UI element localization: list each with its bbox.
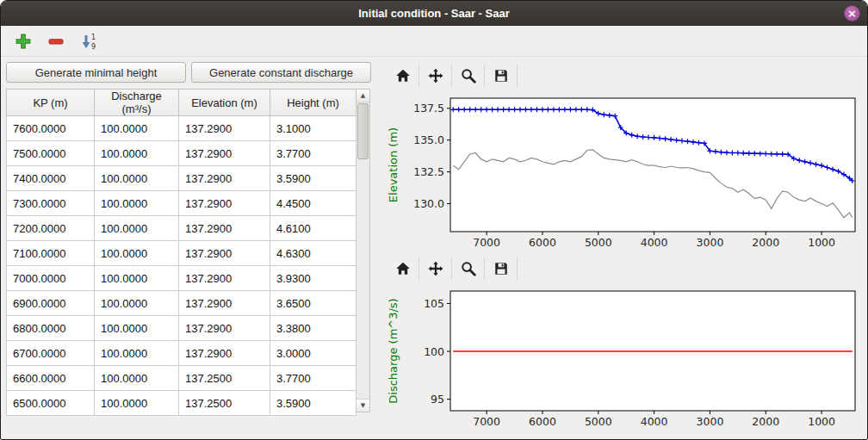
table-cell[interactable]: 100.0000 [95, 241, 179, 266]
table-cell[interactable]: 100.0000 [95, 141, 179, 166]
table-cell[interactable]: 137.2900 [179, 241, 270, 266]
plot-background[interactable] [450, 98, 855, 232]
table-cell[interactable]: 6900.0000 [7, 291, 95, 316]
table-row: 6600.0000100.0000137.25003.7700 [7, 366, 356, 391]
generate-buttons-row: Generate minimal height Generate constan… [6, 62, 371, 83]
table-cell[interactable]: 137.2900 [179, 266, 270, 291]
table-cell[interactable]: 3.7700 [270, 366, 356, 391]
save-icon [493, 68, 509, 84]
add-row-button[interactable] [11, 29, 35, 53]
pan-button[interactable] [419, 64, 452, 88]
table-cell[interactable]: 100.0000 [95, 216, 179, 241]
generate-constant-discharge-button[interactable]: Generate constant discharge [191, 62, 371, 83]
table-cell[interactable]: 137.2500 [179, 366, 270, 391]
left-panel: Generate minimal height Generate constan… [6, 62, 371, 434]
remove-row-button[interactable] [44, 29, 68, 53]
sort-ascending-icon: 1 9 [80, 33, 97, 50]
table-cell[interactable]: 4.6100 [270, 216, 356, 241]
table-cell[interactable]: 100.0000 [95, 266, 179, 291]
x-tick-label: 1000 [808, 415, 835, 428]
scrollbar-thumb[interactable] [357, 103, 369, 159]
home-button[interactable] [387, 257, 419, 281]
table-cell[interactable]: 100.0000 [95, 341, 179, 366]
table-body: 7600.0000100.0000137.29003.10007500.0000… [7, 116, 356, 416]
table-cell[interactable]: 100.0000 [95, 116, 179, 141]
table-cell[interactable]: 7300.0000 [7, 191, 95, 216]
table-cell[interactable]: 137.2900 [179, 341, 270, 366]
table-cell[interactable]: 137.2900 [179, 316, 270, 341]
table-cell[interactable]: 7600.0000 [7, 116, 95, 141]
table-cell[interactable]: 100.0000 [95, 366, 179, 391]
table-cell[interactable]: 7500.0000 [7, 141, 95, 166]
table-row: 6900.0000100.0000137.29003.6500 [7, 291, 356, 316]
window-title: Initial condition - Saar - Saar [358, 7, 510, 20]
magnifier-icon [461, 261, 476, 276]
table-row: 7300.0000100.0000137.29004.4500 [7, 191, 356, 216]
close-button[interactable]: × [844, 5, 860, 22]
table-cell[interactable]: 100.0000 [95, 191, 179, 216]
vertical-scrollbar[interactable]: ▲ ▼ [356, 89, 370, 412]
table-cell[interactable]: 137.2900 [179, 216, 270, 241]
elevation-plot[interactable]: 7000600050004000300020001000130.0132.513… [383, 91, 864, 255]
table-cell[interactable]: 137.2900 [179, 191, 270, 216]
svg-text:1: 1 [91, 34, 96, 41]
table-cell[interactable]: 137.2900 [179, 291, 270, 316]
table-cell[interactable]: 3.5900 [270, 391, 356, 416]
table-row: 7100.0000100.0000137.29004.6300 [7, 241, 356, 266]
home-icon [395, 261, 411, 276]
zoom-button[interactable] [452, 257, 485, 281]
table-cell[interactable]: 3.1000 [270, 116, 356, 141]
table-cell[interactable]: 137.2900 [179, 141, 270, 166]
save-button[interactable] [485, 64, 518, 88]
table-cell[interactable]: 100.0000 [95, 316, 179, 341]
generate-minimal-height-button[interactable]: Generate minimal height [6, 62, 186, 83]
pan-icon [428, 68, 443, 84]
table-row: 7600.0000100.0000137.29003.1000 [7, 116, 356, 141]
plus-icon [16, 34, 31, 49]
table-cell[interactable]: 4.4500 [270, 191, 356, 216]
table-cell[interactable]: 7400.0000 [7, 166, 95, 191]
table-cell[interactable]: 7100.0000 [7, 241, 95, 266]
scroll-down-icon[interactable]: ▼ [356, 399, 369, 412]
table-cell[interactable]: 3.0000 [270, 341, 356, 366]
table-cell[interactable]: 7200.0000 [7, 216, 95, 241]
table-cell[interactable]: 137.2900 [179, 116, 270, 141]
column-header[interactable]: KP (m) [7, 90, 95, 116]
table-cell[interactable]: 3.7700 [270, 141, 356, 166]
column-header[interactable]: Elevation (m) [179, 90, 270, 116]
table-cell[interactable]: 6700.0000 [7, 341, 95, 366]
home-button[interactable] [387, 64, 419, 88]
x-tick-label: 5000 [585, 415, 612, 428]
table-cell[interactable]: 100.0000 [95, 291, 179, 316]
titlebar[interactable]: Initial condition - Saar - Saar × [1, 1, 867, 26]
home-icon [395, 68, 411, 84]
discharge-plot-toolbar [387, 256, 864, 282]
table-cell[interactable]: 137.2500 [179, 391, 270, 416]
table-cell[interactable]: 3.6500 [270, 291, 356, 316]
column-header[interactable]: Discharge (m³/s) [95, 90, 179, 116]
window: Initial condition - Saar - Saar × 1 9 [0, 0, 868, 440]
zoom-button[interactable] [452, 64, 485, 88]
scrollbar-track[interactable] [356, 102, 369, 399]
column-header[interactable]: Height (m) [270, 90, 356, 116]
table-cell[interactable]: 100.0000 [95, 166, 179, 191]
x-tick-label: 1000 [808, 236, 835, 249]
table-cell[interactable]: 6500.0000 [7, 391, 95, 416]
table-cell[interactable]: 6800.0000 [7, 316, 95, 341]
table-cell[interactable]: 100.0000 [95, 391, 179, 416]
sort-button[interactable]: 1 9 [77, 29, 101, 53]
table-cell[interactable]: 3.3800 [270, 316, 356, 341]
table-cell[interactable]: 6600.0000 [7, 366, 95, 391]
scroll-up-icon[interactable]: ▲ [356, 90, 369, 102]
save-button[interactable] [485, 257, 518, 281]
save-icon [493, 261, 509, 276]
table-row: 6800.0000100.0000137.29003.3800 [7, 316, 356, 341]
table-cell[interactable]: 137.2900 [179, 166, 270, 191]
table-cell[interactable]: 3.5900 [270, 166, 356, 191]
table-cell[interactable]: 3.9300 [270, 266, 356, 291]
discharge-plot[interactable]: 700060005000400030002000100095100105Disc… [383, 284, 864, 434]
pan-button[interactable] [419, 257, 452, 281]
table-cell[interactable]: 4.6300 [270, 241, 356, 266]
table-cell[interactable]: 7000.0000 [7, 266, 95, 291]
x-tick-label: 2000 [752, 236, 779, 249]
